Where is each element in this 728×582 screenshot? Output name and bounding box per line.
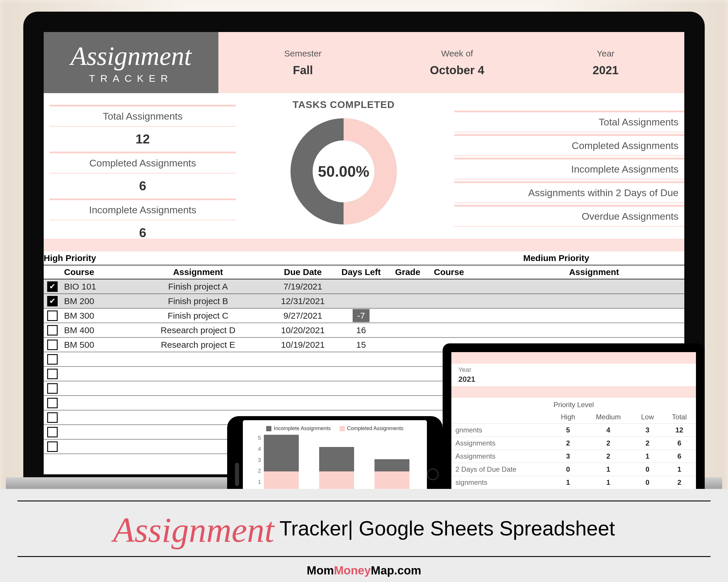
- donut-title: TASKS COMPLETED: [242, 99, 445, 110]
- checkbox[interactable]: [47, 383, 58, 394]
- checkbox[interactable]: [47, 398, 58, 408]
- summary-row: Total Assignments 12 Completed Assignmen…: [44, 93, 684, 239]
- col-assignment-medium: Assignment: [504, 267, 684, 277]
- col-assignment: Assignment: [125, 267, 271, 277]
- high-priority-title: High Priority: [44, 251, 428, 266]
- tablet-cell: 6: [663, 450, 696, 463]
- table-row: BM 300Finish project C9/27/2021-7: [44, 308, 684, 323]
- checkbox[interactable]: [47, 441, 58, 452]
- checkbox[interactable]: [47, 340, 58, 350]
- right-overdue-label: Overdue Assignments: [454, 205, 684, 227]
- cell-due[interactable]: 7/19/2021: [271, 282, 335, 292]
- donut-section: TASKS COMPLETED 50.00%: [242, 93, 445, 239]
- tablet-year-label: Year: [458, 366, 689, 373]
- right-incomplete-label: Incomplete Assignments: [454, 158, 684, 179]
- checkbox[interactable]: [47, 427, 58, 437]
- cell-days: 16: [335, 325, 387, 335]
- medium-priority-title: Medium Priority: [428, 251, 684, 266]
- banner-line-top: [18, 501, 710, 501]
- header-band: Assignment TRACKER Semester Fall Week of…: [44, 32, 684, 93]
- bar-incomplete: [374, 459, 410, 471]
- tablet-row: 2 Days of Due Date0101: [451, 463, 696, 476]
- table-row: ✔BIO 101Finish project A7/19/2021: [44, 279, 684, 294]
- tablet-col-high: High: [552, 411, 584, 424]
- cell-assignment[interactable]: Finish project B: [125, 296, 271, 306]
- tablet-summary-table: High Medium Low Total gnments54312Assign…: [451, 411, 696, 489]
- tablet-cell: 2: [552, 437, 584, 450]
- tablet-cell: 2: [584, 450, 632, 463]
- tablet-year: Year 2021: [451, 364, 696, 386]
- cell-assignment[interactable]: Finish project A: [125, 282, 271, 292]
- tablet-priority-title: Priority Level: [451, 401, 696, 409]
- cell-due[interactable]: 9/27/2021: [271, 311, 335, 321]
- semester-label: Semester: [284, 49, 321, 58]
- col-due: Due Date: [271, 267, 335, 277]
- cell-assignment[interactable]: Research project E: [125, 340, 271, 350]
- banner-line-bottom: [18, 556, 710, 557]
- tablet-cell: 1: [584, 463, 632, 476]
- cell-assignment[interactable]: Research project D: [125, 325, 271, 335]
- tablet-row: gnments54312: [451, 424, 696, 437]
- year-label: Year: [593, 49, 619, 58]
- tablet-cell: 0: [632, 476, 663, 489]
- semester-col: Semester Fall: [284, 49, 321, 77]
- y-axis: 543210: [249, 435, 261, 496]
- site-mid: Money: [334, 564, 371, 577]
- cell-due[interactable]: 10/19/2021: [271, 340, 335, 350]
- checkbox[interactable]: [47, 369, 58, 379]
- checkbox[interactable]: [47, 412, 58, 423]
- incomplete-assignments-value: 6: [50, 220, 236, 245]
- checkbox[interactable]: [47, 310, 58, 321]
- cell-course[interactable]: BM 500: [61, 340, 125, 350]
- year-value[interactable]: 2021: [593, 64, 619, 77]
- checkbox[interactable]: [47, 354, 58, 365]
- col-course: Course: [61, 267, 125, 277]
- bar-incomplete: [319, 447, 354, 471]
- tablet-cell: 2: [632, 437, 663, 450]
- completed-assignments-value: 6: [50, 173, 236, 198]
- tablet-cell: 1: [584, 476, 632, 489]
- site-pre: Mom: [307, 564, 334, 577]
- banner-site: MomMoneyMap.com: [0, 564, 728, 577]
- col-grade: Grade: [387, 267, 428, 277]
- right-total-label: Total Assignments: [454, 111, 684, 132]
- tablet-row: Assignments3216: [451, 450, 696, 463]
- brand-subtitle: TRACKER: [89, 73, 173, 84]
- incomplete-assignments-label: Incomplete Assignments: [50, 198, 236, 220]
- checkbox[interactable]: [47, 325, 58, 335]
- table-row: BM 400Research project D10/20/202116: [44, 323, 684, 337]
- total-assignments-label: Total Assignments: [50, 105, 236, 127]
- legend-completed: Completed Assignments: [340, 425, 404, 432]
- checkbox[interactable]: ✔: [47, 281, 58, 292]
- col-course-medium: Course: [428, 267, 504, 277]
- tablet-row: Assignments2226: [451, 437, 696, 450]
- cell-course[interactable]: BM 400: [61, 325, 125, 335]
- chart-legend: Incomplete Assignments Completed Assignm…: [249, 425, 420, 432]
- checkbox[interactable]: ✔: [47, 296, 58, 306]
- tablet-cell: 3: [552, 450, 584, 463]
- cell-due[interactable]: 12/31/2021: [271, 296, 335, 306]
- tablet-cell: gnments: [451, 424, 552, 437]
- cell-course[interactable]: BM 200: [61, 296, 125, 306]
- total-assignments-value: 12: [50, 127, 236, 151]
- tablet-band-2: [451, 386, 696, 398]
- summary-left: Total Assignments 12 Completed Assignmen…: [44, 93, 242, 239]
- cell-course[interactable]: BIO 101: [61, 282, 125, 292]
- cell-assignment[interactable]: Finish project C: [125, 311, 271, 321]
- brand-block: Assignment TRACKER: [44, 32, 218, 93]
- semester-value[interactable]: Fall: [284, 64, 321, 77]
- priority-table-header: Course Assignment Due Date Days Left Gra…: [44, 266, 684, 279]
- week-value[interactable]: October 4: [430, 64, 484, 77]
- banner-title: Assignment Tracker| Google Sheets Spread…: [0, 510, 728, 550]
- tablet-cell: 6: [663, 437, 696, 450]
- tablet-cell: 2 Days of Due Date: [451, 463, 552, 476]
- tablet-cell: 5: [552, 424, 584, 437]
- cell-due[interactable]: 10/20/2021: [271, 325, 335, 335]
- bar-incomplete: [264, 435, 299, 471]
- cell-course[interactable]: BM 300: [61, 311, 125, 321]
- right-due-soon-label: Assignments within 2 Days of Due: [454, 181, 684, 203]
- legend-incomplete: Incomplete Assignments: [266, 425, 331, 432]
- tablet-col-medium: Medium: [584, 411, 632, 424]
- tablet-cell: 2: [584, 437, 632, 450]
- tablet-cell: 12: [663, 424, 696, 437]
